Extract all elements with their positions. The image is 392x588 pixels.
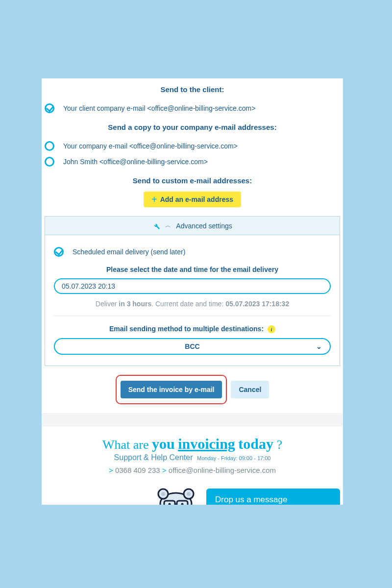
deliver-prefix: Deliver [96, 300, 119, 308]
tagline-today: today [238, 436, 273, 452]
chevron-down-icon: ⌄ [316, 343, 322, 350]
user-email-label: John Smith <office@online-billing-servic… [63, 158, 208, 166]
sending-method-value: BCC [185, 343, 199, 350]
advanced-settings-label: Advanced settings [176, 222, 232, 230]
support-hours: Monday - Friday: 09:00 - 17:00 [197, 455, 270, 461]
tagline-part: What are [102, 438, 152, 452]
info-icon[interactable]: i [268, 325, 275, 333]
check-icon [54, 247, 64, 257]
user-email-option[interactable]: John Smith <office@online-billing-servic… [42, 154, 343, 170]
contact-email[interactable]: office@online-billing-service.com [169, 466, 276, 474]
sending-method-select[interactable]: BCC ⌄ [54, 338, 331, 355]
svg-point-4 [187, 492, 191, 496]
chat-area: Drop us a message [42, 481, 343, 505]
chevron-right-icon: > [162, 466, 167, 474]
date-time-heading: Please select the date and time for the … [54, 266, 331, 273]
deliver-now: 05.07.2023 17:18:32 [225, 300, 289, 308]
custom-email-heading: Send to custom e-mail addresses: [42, 176, 343, 185]
radio-icon [45, 157, 54, 167]
check-icon [45, 103, 54, 113]
tagline-part: ? [273, 438, 282, 452]
send-to-client-heading: Send to the client: [42, 85, 343, 94]
highlight-outline: Send the invoice by e-mail [116, 375, 227, 404]
chevron-up-icon: ︿ [165, 221, 171, 230]
client-email-label: Your client company e-mail <office@onlin… [63, 104, 255, 112]
advanced-settings-header[interactable]: ︿ Advanced settings [45, 217, 340, 235]
sending-method-label-row: Email sending method to multiple destina… [54, 325, 331, 333]
deliver-hours: in 3 hours [119, 300, 151, 308]
tagline-invoicing: invoicing [178, 436, 235, 452]
actions-row: Send the invoice by e-mail Cancel [42, 375, 343, 404]
divider [54, 316, 331, 316]
svg-point-3 [161, 492, 165, 496]
advanced-settings-body: Scheduled email delivery (send later) Pl… [45, 235, 340, 366]
tagline: What are you invoicing today ? [42, 436, 343, 452]
add-email-button[interactable]: + Add an e-mail address [144, 192, 241, 207]
plus-icon: + [151, 196, 157, 203]
company-email-label: Your company e-mail <office@online-billi… [63, 142, 238, 150]
scheduled-delivery-option[interactable]: Scheduled email delivery (send later) [54, 244, 331, 260]
cancel-button[interactable]: Cancel [231, 381, 269, 398]
client-email-option[interactable]: Your client company e-mail <office@onlin… [42, 100, 343, 116]
advanced-settings-panel: ︿ Advanced settings Scheduled email deli… [45, 216, 340, 366]
send-invoice-button[interactable]: Send the invoice by e-mail [121, 381, 222, 398]
chevron-right-icon: > [109, 466, 113, 474]
support-line: Support & Help Center Monday - Friday: 0… [42, 453, 343, 462]
phone-number[interactable]: 0368 409 233 [115, 466, 160, 474]
footer: What are you invoicing today ? Support &… [42, 427, 343, 505]
delivery-datetime-input[interactable] [54, 278, 331, 294]
send-copy-heading: Send a copy to your company e-mail addre… [42, 123, 343, 131]
tagline-you: you [152, 436, 175, 452]
radio-icon [45, 141, 54, 151]
delivery-info-line: Deliver in 3 hours. Current date and tim… [54, 300, 331, 308]
scheduled-delivery-label: Scheduled email delivery (send later) [73, 248, 185, 256]
chat-button[interactable]: Drop us a message [206, 489, 340, 505]
app-card: Send to the client: Your client company … [42, 78, 343, 505]
company-email-option[interactable]: Your company e-mail <office@online-billi… [42, 138, 343, 154]
mascot-bear-icon [151, 486, 200, 505]
add-email-label: Add an e-mail address [160, 196, 233, 203]
contact-line: > 0368 409 233 > office@online-billing-s… [42, 466, 343, 474]
deliver-mid: . Current date and time: [151, 300, 225, 308]
footer-strip [42, 413, 343, 427]
add-email-wrap: + Add an e-mail address [42, 192, 343, 207]
wrench-icon [152, 222, 160, 230]
support-label[interactable]: Support & Help Center [114, 453, 193, 462]
sending-method-label: Email sending method to multiple destina… [109, 325, 264, 333]
